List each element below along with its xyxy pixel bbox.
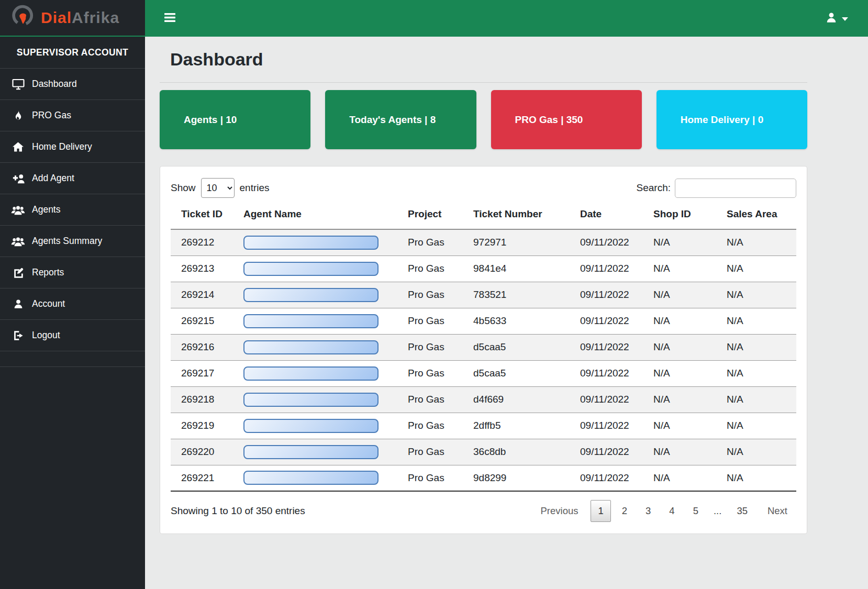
pagination-next[interactable]: Next <box>759 500 796 522</box>
ticket-id-cell: 269216 <box>171 334 233 360</box>
agent-name-pill[interactable] <box>243 236 379 250</box>
sidebar-item-logout[interactable]: Logout <box>0 320 145 351</box>
sidebar-item-dashboard[interactable]: Dashboard <box>0 69 145 100</box>
pagination-previous[interactable]: Previous <box>531 500 587 522</box>
user-plus-icon <box>11 173 25 184</box>
sales-area-cell: N/A <box>716 360 796 386</box>
pagination-page-2[interactable]: 2 <box>615 500 635 522</box>
search-input[interactable] <box>675 179 796 198</box>
headset-africa-logo-icon <box>9 4 37 32</box>
sidebar: DialAfrika SUPERVISOR ACCOUNT Dashboard … <box>0 0 145 589</box>
stat-card-label: PRO Gas | 350 <box>515 114 583 126</box>
sidebar-item-reports[interactable]: Reports <box>0 257 145 288</box>
page-size-select[interactable]: 10 <box>201 178 235 198</box>
topbar <box>145 0 868 37</box>
sidebar-item-pro-gas[interactable]: PRO Gas <box>0 100 145 131</box>
agent-name-pill[interactable] <box>243 445 379 459</box>
stat-card-label: Agents | 10 <box>184 114 237 126</box>
pagination-page-3[interactable]: 3 <box>638 500 658 522</box>
sidebar-item-label: Agents <box>32 204 60 215</box>
stat-card-agents: Agents | 10 <box>160 90 310 149</box>
ticket-number-cell: 9841e4 <box>463 255 570 282</box>
sidebar-item-label: Home Delivery <box>32 141 92 152</box>
col-agent-name: Agent Name <box>233 204 397 229</box>
shop-id-cell: N/A <box>643 229 716 255</box>
agent-name-pill[interactable] <box>243 262 379 276</box>
table-row: 269219 Pro Gas 2dffb5 09/11/2022 N/A N/A <box>171 413 796 439</box>
brand-afrika: Afrika <box>72 9 119 26</box>
sidebar-item-label: PRO Gas <box>32 110 71 121</box>
date-cell: 09/11/2022 <box>570 386 643 413</box>
stat-card-home-delivery: Home Delivery | 0 <box>656 90 807 149</box>
ticket-id-cell: 269217 <box>171 360 233 386</box>
date-cell: 09/11/2022 <box>570 465 643 491</box>
agent-name-pill[interactable] <box>243 393 379 407</box>
shop-id-cell: N/A <box>643 439 716 465</box>
ticket-number-cell: 972971 <box>463 229 570 255</box>
pagination-ellipsis: ... <box>709 501 726 521</box>
sidebar-item-label: Dashboard <box>32 79 77 90</box>
date-cell: 09/11/2022 <box>570 229 643 255</box>
user-menu-button[interactable] <box>826 12 848 26</box>
ticket-id-cell: 269220 <box>171 439 233 465</box>
agent-name-pill[interactable] <box>243 288 379 302</box>
ticket-number-cell: 36c8db <box>463 439 570 465</box>
agent-name-pill[interactable] <box>243 340 379 354</box>
ticket-id-cell: 269212 <box>171 229 233 255</box>
ticket-number-cell: 783521 <box>463 282 570 308</box>
sidebar-item-agents[interactable]: Agents <box>0 194 145 226</box>
sidebar-item-add-agent[interactable]: Add Agent <box>0 163 145 194</box>
col-sales-area: Sales Area <box>716 204 796 229</box>
ticket-id-cell: 269215 <box>171 308 233 334</box>
agent-name-pill[interactable] <box>243 366 379 381</box>
shop-id-cell: N/A <box>643 282 716 308</box>
entries-label: entries <box>240 182 270 194</box>
project-cell: Pro Gas <box>397 439 463 465</box>
sidebar-item-home-delivery[interactable]: Home Delivery <box>0 131 145 163</box>
project-cell: Pro Gas <box>397 386 463 413</box>
col-ticket-id: Ticket ID <box>171 204 233 229</box>
project-cell: Pro Gas <box>397 282 463 308</box>
date-cell: 09/11/2022 <box>570 255 643 282</box>
ticket-number-cell: d5caa5 <box>463 360 570 386</box>
shop-id-cell: N/A <box>643 465 716 491</box>
table-row: 269212 Pro Gas 972971 09/11/2022 N/A N/A <box>171 229 796 255</box>
user-icon <box>11 298 25 309</box>
pagination-page-5[interactable]: 5 <box>686 500 706 522</box>
caret-down-icon <box>842 14 848 23</box>
sales-area-cell: N/A <box>716 255 796 282</box>
ticket-number-cell: d4f669 <box>463 386 570 413</box>
agent-name-pill[interactable] <box>243 314 379 328</box>
pagination-page-35[interactable]: 35 <box>729 500 755 522</box>
logout-icon <box>11 330 25 341</box>
ticket-id-cell: 269218 <box>171 386 233 413</box>
shop-id-cell: N/A <box>643 334 716 360</box>
pagination-page-1[interactable]: 1 <box>591 500 610 522</box>
project-cell: Pro Gas <box>397 413 463 439</box>
menu-toggle-button[interactable] <box>162 11 177 26</box>
content: Dashboard Agents | 10 Today's Agents | 8… <box>145 37 868 534</box>
stat-card-pro-gas: PRO Gas | 350 <box>491 90 642 149</box>
sales-area-cell: N/A <box>716 413 796 439</box>
sidebar-item-account[interactable]: Account <box>0 288 145 320</box>
sidebar-spacer <box>0 351 145 367</box>
sidebar-item-agents-summary[interactable]: Agents Summary <box>0 226 145 257</box>
shop-id-cell: N/A <box>643 308 716 334</box>
sidebar-item-label: Agents Summary <box>32 236 102 247</box>
agent-name-pill[interactable] <box>243 471 379 485</box>
show-label: Show <box>171 182 196 194</box>
hamburger-icon <box>164 13 175 24</box>
shop-id-cell: N/A <box>643 360 716 386</box>
date-cell: 09/11/2022 <box>570 360 643 386</box>
shop-id-cell: N/A <box>643 255 716 282</box>
sidebar-item-label: Add Agent <box>32 173 74 184</box>
ticket-number-cell: 2dffb5 <box>463 413 570 439</box>
sidebar-item-label: Reports <box>32 267 64 278</box>
pagination-page-4[interactable]: 4 <box>662 500 682 522</box>
project-cell: Pro Gas <box>397 308 463 334</box>
search-control: Search: <box>637 179 796 198</box>
agent-name-pill[interactable] <box>243 419 379 433</box>
sales-area-cell: N/A <box>716 386 796 413</box>
shop-id-cell: N/A <box>643 386 716 413</box>
date-cell: 09/11/2022 <box>570 413 643 439</box>
